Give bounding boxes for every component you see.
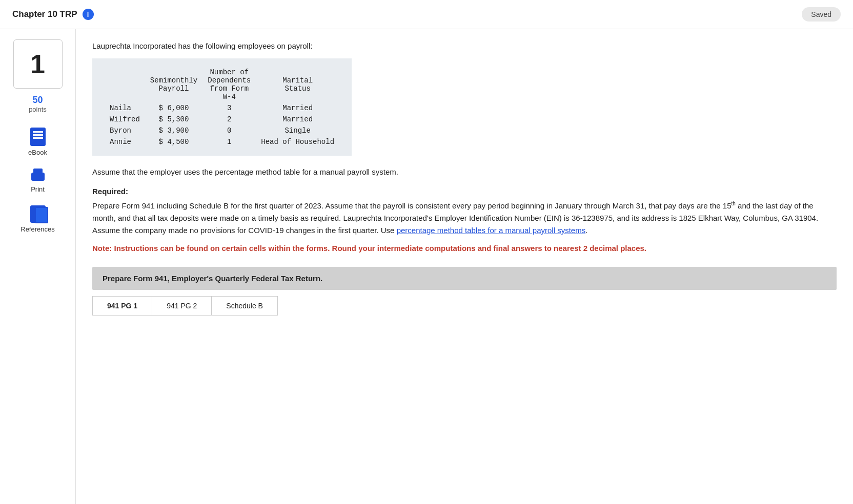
percentage-method-link[interactable]: percentage method tables for a manual pa… [397,226,586,235]
cell-status: Head of Household [256,136,339,148]
print-label: Print [31,185,45,193]
intro-text: Lauprechta Incorporated has the followin… [92,41,837,50]
form-section: Prepare Form 941, Employer's Quarterly F… [92,267,837,316]
cell-status: Married [256,102,339,114]
ebook-icon [30,128,46,146]
cell-dependents: 3 [202,102,256,114]
ebook-label: eBook [28,149,47,156]
required-body: Prepare Form 941 including Schedule B fo… [92,201,732,210]
header: Chapter 10 TRP i Saved [0,0,853,29]
col-header-payroll: SemimonthlyPayroll [145,67,202,102]
tabs-row: 941 PG 1941 PG 2Schedule B [92,296,278,316]
table-row: Wilfred$ 5,3002Married [105,114,339,125]
tab-pg2[interactable]: 941 PG 2 [152,297,212,315]
saved-badge: Saved [802,7,841,22]
tab-schedule_b[interactable]: Schedule B [212,297,277,315]
page-title: Chapter 10 TRP [12,9,77,19]
required-section: Required: Prepare Form 941 including Sch… [92,185,837,237]
print-icon [29,169,47,183]
cell-dependents: 1 [202,136,256,148]
cell-payroll: $ 6,000 [145,102,202,114]
references-label: References [21,225,54,233]
cell-status: Single [256,125,339,136]
question-number: 1 [30,49,45,79]
question-number-box: 1 [13,39,63,89]
sidebar-item-ebook[interactable]: eBook [10,122,66,161]
col-header-dependents: Number ofDependentsfrom FormW-4 [202,67,256,102]
cell-payroll: $ 3,900 [145,125,202,136]
form-section-header: Prepare Form 941, Employer's Quarterly F… [92,267,837,290]
header-left: Chapter 10 TRP i [12,9,94,20]
required-label: Required: [92,185,837,198]
sidebar-item-print[interactable]: Print [10,163,66,198]
cell-employee: Wilfred [105,114,145,125]
superscript-th: th [732,201,736,206]
sidebar: 1 50 points eBook Print References [0,29,76,504]
cell-status: Married [256,114,339,125]
cell-dependents: 2 [202,114,256,125]
cell-dependents: 0 [202,125,256,136]
note-text: Note: Instructions can be found on certa… [92,243,837,255]
references-icon [30,205,46,223]
col-header-employees [105,67,145,102]
cell-employee: Naila [105,102,145,114]
employee-table: SemimonthlyPayroll Number ofDependentsfr… [105,67,339,148]
points-section: 50 points [29,95,47,113]
points-number: 50 [29,95,47,106]
cell-employee: Annie [105,136,145,148]
cell-payroll: $ 4,500 [145,136,202,148]
required-end: . [585,226,587,235]
sidebar-item-references[interactable]: References [10,200,66,238]
cell-payroll: $ 5,300 [145,114,202,125]
col-header-status: MaritalStatus [256,67,339,102]
points-label: points [29,106,47,113]
employee-table-wrapper: SemimonthlyPayroll Number ofDependentsfr… [92,58,352,156]
info-icon[interactable]: i [83,9,94,20]
cell-employee: Byron [105,125,145,136]
table-row: Annie$ 4,5001Head of Household [105,136,339,148]
main-layout: 1 50 points eBook Print References Laupr… [0,29,853,504]
table-row: Byron$ 3,9000Single [105,125,339,136]
form-section-title: Prepare Form 941, Employer's Quarterly F… [103,274,322,283]
content-area: Lauprechta Incorporated has the followin… [76,29,853,504]
tab-pg1[interactable]: 941 PG 1 [93,297,152,315]
assume-text: Assume that the employer uses the percen… [92,167,837,176]
table-row: Naila$ 6,0003Married [105,102,339,114]
